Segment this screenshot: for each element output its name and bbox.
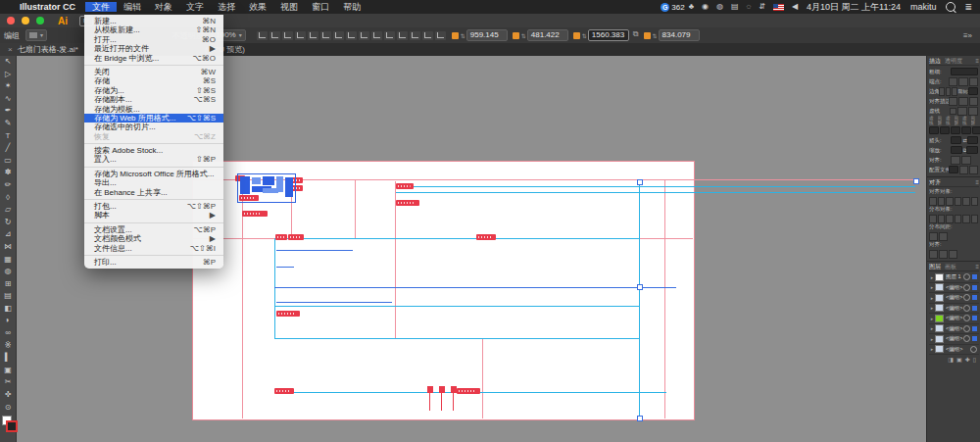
field-value-input[interactable]: 1560.383: [588, 29, 629, 41]
menu-item[interactable]: 存储为模板...: [84, 105, 223, 114]
zoom-window-button[interactable]: [36, 17, 44, 25]
anchor-handle[interactable]: [637, 416, 643, 421]
selected-artwork-cluster[interactable]: [237, 173, 296, 203]
arrow-start-select[interactable]: [951, 136, 961, 144]
align-stroke-button[interactable]: [949, 97, 957, 106]
menu-item[interactable]: 从模板新建...⇧⌘N: [84, 25, 223, 34]
menu-item[interactable]: 文档设置...⌥⌘P: [84, 225, 223, 234]
target-circle-icon[interactable]: [963, 305, 970, 312]
tool-19[interactable]: ▤: [1, 290, 15, 303]
anchor-handle[interactable]: [637, 179, 643, 185]
control-icon-5[interactable]: [320, 31, 331, 40]
align-button[interactable]: [939, 250, 948, 259]
user-name[interactable]: makitu: [910, 2, 937, 12]
tool-1[interactable]: ▷: [1, 69, 15, 81]
target-circle-icon[interactable]: [963, 273, 970, 280]
menu-item[interactable]: 打印...⌘P: [84, 258, 223, 267]
limit-input[interactable]: [968, 87, 978, 95]
layer-row[interactable]: ▸<编组>: [929, 345, 979, 356]
menubar-menu-帮助[interactable]: 帮助: [336, 2, 368, 12]
menu-item[interactable]: 在 Behance 上共享...: [84, 188, 223, 197]
align-button[interactable]: [971, 197, 979, 206]
field-stepper[interactable]: ⇅: [521, 32, 526, 39]
dash-input[interactable]: [929, 126, 939, 134]
tool-11[interactable]: ◊: [1, 192, 15, 205]
fill-stroke-swatches[interactable]: [2, 416, 14, 429]
control-icon-3[interactable]: [295, 31, 306, 40]
menu-item[interactable]: 存储⌘S: [84, 76, 223, 85]
control-icon-4[interactable]: [308, 31, 318, 40]
tool-0[interactable]: ↖: [1, 56, 15, 69]
tool-20[interactable]: ◧: [1, 303, 15, 316]
style-dropdown[interactable]: ▾: [25, 29, 47, 41]
status-icon-1[interactable]: ♣: [689, 0, 694, 14]
menu-item[interactable]: 文件信息...⌥⇧⌘I: [84, 244, 223, 253]
tool-14[interactable]: ⊿: [1, 228, 15, 241]
panel-collapse-icon[interactable]: ≡»: [963, 31, 972, 40]
align-button[interactable]: [962, 215, 970, 223]
profile-flip-button[interactable]: [959, 166, 968, 174]
align-button[interactable]: [939, 232, 948, 241]
notification-center-icon[interactable]: ≣: [964, 2, 972, 12]
tool-13[interactable]: ↻: [1, 217, 15, 229]
target-circle-icon[interactable]: [963, 315, 970, 321]
tool-3[interactable]: ∿: [1, 93, 15, 106]
tool-5[interactable]: ✎: [1, 118, 15, 130]
menu-item[interactable]: 存储副本...⌥⌘S: [84, 95, 223, 104]
menu-item[interactable]: 搜索 Adobe Stock...: [84, 146, 223, 155]
tool-25[interactable]: ▣: [1, 365, 15, 377]
layer-row[interactable]: ▸<编组>: [929, 314, 979, 324]
arrow-end-select[interactable]: [967, 136, 978, 144]
tool-6[interactable]: T: [1, 130, 15, 143]
display-icon[interactable]: ▤: [731, 0, 739, 14]
tool-9[interactable]: ✽: [1, 167, 15, 179]
menu-item[interactable]: 文档颜色模式▶: [84, 234, 223, 243]
align-stroke-button[interactable]: [969, 97, 978, 106]
menu-item[interactable]: 关闭⌘W: [84, 68, 223, 76]
layer-row[interactable]: ▸<编组>: [929, 324, 979, 335]
target-circle-icon[interactable]: [963, 284, 970, 291]
dash-mode-button[interactable]: [968, 107, 978, 116]
cap-button[interactable]: [958, 77, 967, 86]
arrow-align-button[interactable]: [951, 156, 960, 165]
control-icon-8[interactable]: [359, 31, 369, 40]
menu-item[interactable]: 新建...⌘N: [84, 17, 223, 25]
corner-button[interactable]: [946, 87, 952, 96]
tool-2[interactable]: ✶: [1, 80, 15, 93]
status-icon-4[interactable]: ◌: [746, 0, 751, 14]
layer-row[interactable]: ▸<编组>: [929, 293, 979, 304]
tool-8[interactable]: ▭: [1, 155, 15, 168]
align-button[interactable]: [938, 197, 946, 206]
align-button[interactable]: [938, 215, 946, 223]
cap-button[interactable]: [949, 77, 957, 86]
layers-footer-icon[interactable]: ✚: [965, 356, 970, 363]
anchor-handle[interactable]: [637, 284, 643, 290]
menubar-menu-文字[interactable]: 文字: [179, 2, 211, 12]
tool-23[interactable]: ※: [1, 340, 15, 353]
layer-row[interactable]: ▸<编组>: [929, 304, 979, 315]
panel-menu-icon[interactable]: ≡: [975, 58, 979, 64]
menu-item[interactable]: 置入...⇧⌘P: [84, 155, 223, 164]
field-value-input[interactable]: 481.422: [527, 29, 568, 41]
tool-27[interactable]: ✜: [1, 389, 15, 402]
tab-align[interactable]: 对齐: [929, 178, 941, 187]
align-button[interactable]: [955, 197, 962, 206]
layer-row[interactable]: ▸<编组>: [929, 283, 979, 294]
align-button[interactable]: [955, 215, 962, 223]
layers-footer-icon[interactable]: ▣: [956, 356, 962, 363]
profile-select[interactable]: [949, 166, 958, 173]
target-circle-icon[interactable]: [963, 294, 970, 301]
control-icon-10[interactable]: [384, 31, 395, 40]
menu-item[interactable]: 导出...: [84, 178, 223, 187]
control-icon-9[interactable]: [371, 31, 382, 40]
spotlight-search-icon[interactable]: [946, 2, 956, 12]
tab-画板[interactable]: 画板: [945, 263, 956, 271]
input-language-flag-icon[interactable]: [773, 4, 784, 11]
control-icon-1[interactable]: [270, 31, 280, 40]
layer-row[interactable]: ▸<编组>: [929, 334, 979, 345]
profile-flip-button[interactable]: [969, 166, 978, 174]
menu-item[interactable]: 打开...⌘O: [84, 35, 223, 44]
tab-transparency[interactable]: 透明度: [945, 57, 962, 66]
control-icon-2[interactable]: [282, 31, 293, 40]
field-stepper[interactable]: ⇅: [461, 32, 466, 39]
